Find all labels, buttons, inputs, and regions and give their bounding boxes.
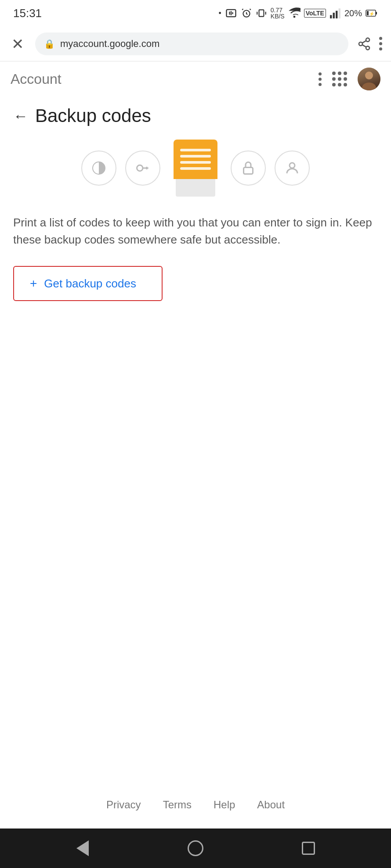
apps-grid-icon[interactable] [332,72,347,86]
notepad-icon-active [169,140,222,197]
svg-rect-21 [244,168,253,174]
get-backup-codes-button[interactable]: + Get backup codes [13,266,163,301]
notepad-line-2 [180,155,211,158]
svg-line-15 [362,45,366,47]
svg-rect-10 [367,11,369,15]
more-options-icon[interactable] [379,37,382,50]
close-icon: ✕ [11,35,24,53]
get-backup-codes-label: Get backup codes [44,277,136,291]
feature-carousel [13,140,378,197]
notepad-top [174,140,217,179]
browser-bar: ✕ 🔒 myaccount.google.com [0,26,391,61]
svg-point-12 [366,38,369,41]
lock-icon: 🔒 [44,39,55,49]
recents-square-icon [302,842,315,855]
plus-icon: + [30,276,37,291]
volte-icon: VoLTE [304,9,326,18]
url-bar[interactable]: 🔒 myaccount.google.com [35,32,348,55]
svg-text:⚡: ⚡ [369,11,375,17]
notepad-line-4 [180,167,211,170]
home-circle-icon [188,840,203,856]
notepad-bottom [176,179,215,197]
svg-rect-7 [339,8,340,18]
svg-rect-6 [336,11,337,18]
header-icons [319,68,380,90]
back-navigation: ← Backup codes [13,105,378,126]
svg-point-17 [365,72,373,79]
close-tab-button[interactable]: ✕ [9,35,26,53]
svg-point-20 [137,165,143,171]
privacy-link[interactable]: Privacy [106,799,141,811]
nav-home-button[interactable] [185,837,206,859]
page-title: Backup codes [35,105,151,126]
back-triangle-icon [76,840,89,856]
status-dot: • [218,9,221,18]
svg-point-22 [290,163,295,168]
nav-recents-button[interactable] [297,837,319,859]
avatar[interactable] [358,68,380,90]
speed-indicator: 0.77KB/S [271,7,285,19]
nfc-icon [225,7,237,19]
key-icon [125,151,160,186]
svg-point-18 [362,82,376,90]
battery-text: 20% [344,8,362,18]
alarm-icon [241,7,252,19]
page-content: ← Backup codes [0,97,391,786]
svg-rect-2 [259,10,264,16]
status-icons: • 0.77KB/S VoLTE [218,7,378,19]
wifi-icon [288,7,300,19]
status-bar: 15:31 • 0.77KB/S VoLTE [0,0,391,26]
half-circle-icon [81,151,116,186]
footer: Privacy Terms Help About [0,786,391,829]
help-link[interactable]: Help [214,799,235,811]
back-button[interactable]: ← [13,108,28,125]
svg-point-14 [366,46,369,50]
lock-circle-icon [231,151,266,186]
battery-icon: ⚡ [366,9,378,18]
svg-rect-4 [330,15,332,18]
svg-point-3 [293,16,295,18]
notepad-line-3 [180,161,211,164]
svg-point-13 [359,42,362,46]
description-text: Print a list of codes to keep with you t… [13,214,378,248]
vibrate-icon [256,7,267,19]
about-link[interactable]: About [257,799,285,811]
terms-link[interactable]: Terms [163,799,192,811]
app-header: Account [0,61,391,97]
svg-line-16 [362,40,366,43]
app-more-options-icon[interactable] [319,72,322,86]
share-icon[interactable] [357,37,371,51]
notepad-line-1 [180,149,211,151]
avatar-image [358,68,380,90]
app-title-label: Account [11,71,62,87]
signal-icon [329,7,341,19]
svg-rect-9 [376,12,377,14]
person-circle-icon [275,151,310,186]
browser-actions [357,37,382,51]
nav-back-button[interactable] [72,837,94,859]
status-time: 15:31 [13,7,42,20]
avatar-silhouette [360,69,378,90]
system-nav-bar [0,829,391,868]
svg-rect-5 [333,13,335,18]
url-text: myaccount.google.com [60,38,159,50]
